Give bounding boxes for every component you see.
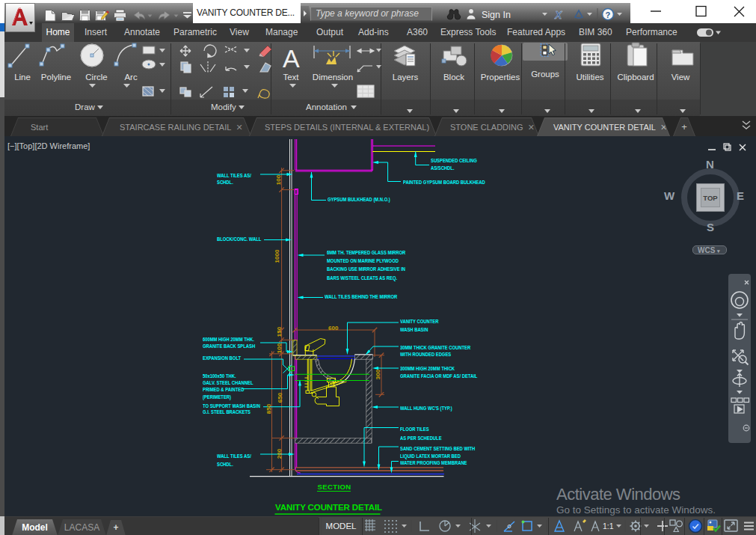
svg-text:X: X: [554, 9, 563, 21]
svg-text:?: ?: [606, 10, 611, 19]
svg-text:A: A: [283, 44, 300, 73]
svg-text:Sign In: Sign In: [482, 10, 511, 20]
